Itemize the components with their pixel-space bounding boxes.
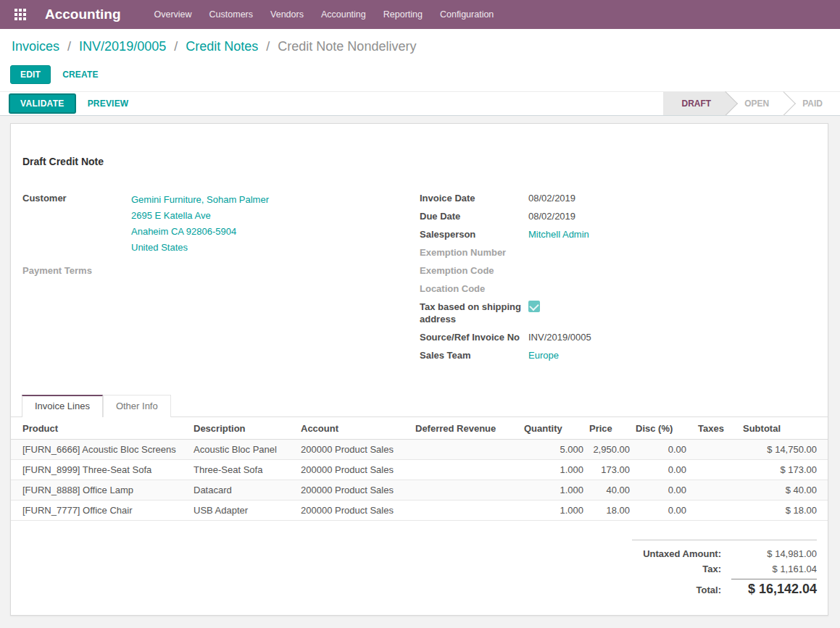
edit-button[interactable]: EDIT <box>10 65 51 84</box>
location-code-value <box>528 282 817 295</box>
tab-other-info[interactable]: Other Info <box>103 395 171 417</box>
total-row: Total: $ 16,142.04 <box>632 577 817 599</box>
sales-team-value[interactable]: Europe <box>528 349 817 361</box>
breadcrumb-invoice-ref[interactable]: INV/2019/0005 <box>79 39 166 54</box>
field-salesperson: Salesperson Mitchell Admin <box>420 228 817 240</box>
cell-subtotal: $ 40.00 <box>740 480 828 501</box>
cell-deferred <box>412 440 521 460</box>
due-date-value: 08/02/2019 <box>528 210 817 222</box>
tab-invoice-lines[interactable]: Invoice Lines <box>22 395 103 417</box>
tax-label: Tax: <box>702 564 721 574</box>
col-header-disc[interactable]: Disc (%) <box>633 417 689 440</box>
untaxed-amount-value: $ 14,981.00 <box>731 548 817 559</box>
menu-reporting[interactable]: Reporting <box>375 0 431 29</box>
menu-customers[interactable]: Customers <box>201 0 262 29</box>
cell-description: Datacard <box>191 480 298 501</box>
state-draft[interactable]: DRAFT <box>663 92 726 115</box>
exemption-number-value <box>528 246 817 259</box>
col-header-quantity[interactable]: Quantity <box>521 417 586 440</box>
cell-account: 200000 Product Sales <box>298 460 412 480</box>
menu-accounting[interactable]: Accounting <box>312 0 375 29</box>
customer-country[interactable]: United States <box>131 240 420 256</box>
cell-taxes <box>689 480 740 501</box>
tax-shipping-label: Tax based on shipping address <box>420 301 528 325</box>
notebook-tabs: Invoice Lines Other Info <box>11 395 828 417</box>
col-header-product[interactable]: Product <box>11 417 191 440</box>
tax-shipping-checkbox <box>528 301 540 312</box>
cell-deferred <box>412 460 521 480</box>
exemption-code-value <box>528 264 817 277</box>
invoice-sheet: Draft Credit Note Customer Gemini Furnit… <box>10 123 828 616</box>
cell-disc: 0.00 <box>633 501 689 521</box>
tax-shipping-value <box>528 301 817 325</box>
control-buttons: EDIT CREATE <box>10 64 828 84</box>
breadcrumb-current: Credit Note Nondelivery <box>278 39 416 54</box>
customer-name-link[interactable]: Gemini Furniture, Soham Palmer <box>131 192 420 208</box>
exemption-code-label: Exemption Code <box>420 264 528 277</box>
table-row: [FURN_7777] Office Chair USB Adapter 200… <box>11 501 828 521</box>
cell-subtotal: $ 18.00 <box>740 501 828 521</box>
totals-section: Untaxed Amount: $ 14,981.00 Tax: $ 1,161… <box>632 540 817 599</box>
main-menu: Overview Customers Vendors Accounting Re… <box>146 0 503 29</box>
cell-price: 173.00 <box>586 460 633 480</box>
invoice-lines-table: Product Description Account Deferred Rev… <box>11 417 828 521</box>
cell-product: [FURN_8888] Office Lamp <box>11 480 191 501</box>
apps-grid-icon[interactable] <box>9 3 32 26</box>
customer-street[interactable]: 2695 E Katella Ave <box>131 208 420 224</box>
menu-configuration[interactable]: Configuration <box>431 0 502 29</box>
create-button[interactable]: CREATE <box>62 70 99 80</box>
col-header-subtotal[interactable]: Subtotal <box>740 417 828 440</box>
cell-account: 200000 Product Sales <box>298 480 412 501</box>
col-header-description[interactable]: Description <box>191 417 298 440</box>
salesperson-value[interactable]: Mitchell Admin <box>528 228 817 240</box>
validate-button[interactable]: VALIDATE <box>9 93 76 114</box>
notebook: Invoice Lines Other Info Product Descrip… <box>11 395 828 521</box>
menu-overview[interactable]: Overview <box>146 0 201 29</box>
col-header-price[interactable]: Price <box>586 417 633 440</box>
customer-label: Customer <box>22 192 131 256</box>
menu-vendors[interactable]: Vendors <box>262 0 312 29</box>
customer-value: Gemini Furniture, Soham Palmer 2695 E Ka… <box>131 192 420 256</box>
cell-taxes <box>689 501 740 521</box>
field-customer: Customer Gemini Furniture, Soham Palmer … <box>22 192 420 256</box>
due-date-label: Due Date <box>420 210 528 222</box>
cell-taxes <box>689 460 740 480</box>
cell-quantity: 5.000 <box>521 440 586 460</box>
cell-account: 200000 Product Sales <box>298 501 412 521</box>
cell-disc: 0.00 <box>633 480 689 501</box>
table-row: [FURN_8888] Office Lamp Datacard 200000 … <box>11 480 828 501</box>
cell-disc: 0.00 <box>633 440 689 460</box>
cell-description: Acoustic Bloc Panel <box>191 440 298 460</box>
cell-description: Three-Seat Sofa <box>191 460 298 480</box>
location-code-label: Location Code <box>420 282 528 295</box>
cell-description: USB Adapter <box>191 501 298 521</box>
cell-product: [FURN_8999] Three-Seat Sofa <box>11 460 191 480</box>
breadcrumb: Invoices / INV/2019/0005 / Credit Notes … <box>12 39 828 54</box>
payment-terms-value <box>131 264 420 277</box>
breadcrumb-invoices[interactable]: Invoices <box>12 39 59 54</box>
field-payment-terms: Payment Terms <box>22 264 420 277</box>
col-header-deferred-revenue[interactable]: Deferred Revenue <box>412 417 521 440</box>
col-header-account[interactable]: Account <box>298 417 412 440</box>
field-group-right: Invoice Date 08/02/2019 Due Date 08/02/2… <box>420 192 817 367</box>
cell-disc: 0.00 <box>633 460 689 480</box>
cell-taxes <box>689 440 740 460</box>
untaxed-amount-row: Untaxed Amount: $ 14,981.00 <box>632 546 817 561</box>
table-row: [FURN_6666] Acoustic Bloc Screens Acoust… <box>11 440 828 460</box>
total-value: $ 16,142.04 <box>731 579 817 597</box>
breadcrumb-separator: / <box>174 39 178 54</box>
cell-deferred <box>412 480 521 501</box>
customer-city-zip[interactable]: Anaheim CA 92806-5904 <box>131 224 420 240</box>
invoice-date-value: 08/02/2019 <box>528 192 817 204</box>
col-header-taxes[interactable]: Taxes <box>689 417 740 440</box>
table-row: [FURN_8999] Three-Seat Sofa Three-Seat S… <box>11 460 828 480</box>
breadcrumb-credit-notes[interactable]: Credit Notes <box>186 39 258 54</box>
source-ref-value: INV/2019/0005 <box>528 331 817 343</box>
tax-row: Tax: $ 1,161.04 <box>632 561 817 577</box>
breadcrumb-separator: / <box>266 39 270 54</box>
field-exemption-number: Exemption Number <box>420 246 817 259</box>
cell-account: 200000 Product Sales <box>298 440 412 460</box>
field-invoice-date: Invoice Date 08/02/2019 <box>420 192 817 204</box>
app-brand-title[interactable]: Accounting <box>45 7 121 22</box>
preview-button[interactable]: PREVIEW <box>88 99 129 109</box>
